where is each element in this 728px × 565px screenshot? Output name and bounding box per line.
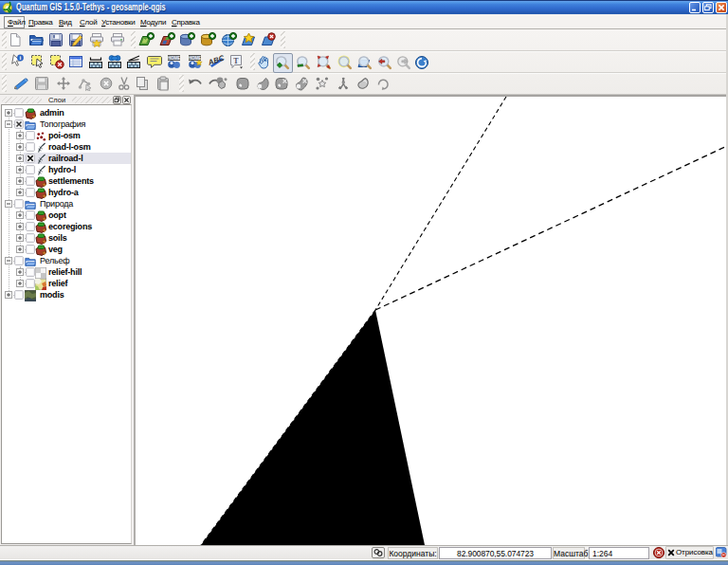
svg-text:ABC: ABC bbox=[209, 54, 226, 67]
svg-text:HOME: HOME bbox=[168, 56, 181, 61]
svg-text:T: T bbox=[233, 57, 239, 65]
svg-text:i: i bbox=[20, 54, 22, 61]
